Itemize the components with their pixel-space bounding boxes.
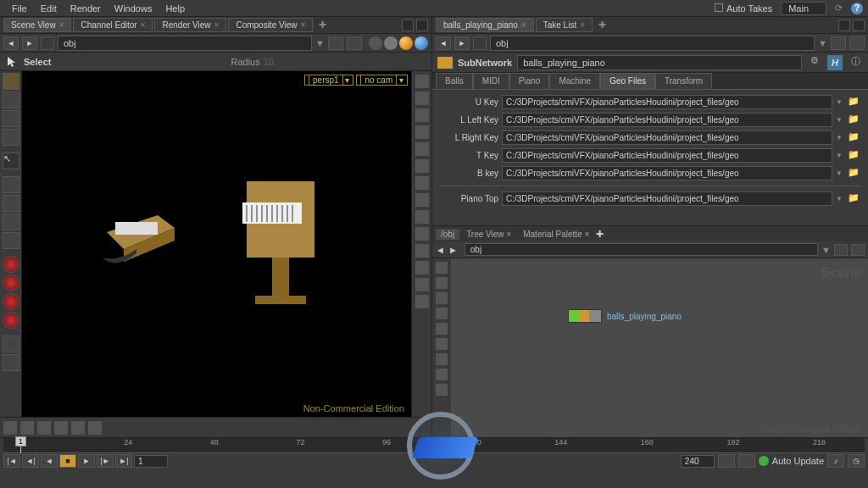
tool-magnet4[interactable] [3,312,19,329]
pane-max-icon[interactable] [838,19,850,31]
nw-tool-icon[interactable] [436,277,448,289]
close-icon[interactable]: × [521,20,526,30]
ptab-midi[interactable]: MIDI [473,73,509,89]
tool-magnet1[interactable] [3,256,19,273]
snap-icon[interactable] [3,421,17,435]
nav-fwd-button[interactable]: ► [22,36,37,50]
help-hda-icon[interactable]: H [827,55,843,70]
snap-icon[interactable] [71,421,85,435]
file-path-field[interactable]: C:/3DProjects/cmiVFX/pianoParticlesHoudi… [502,130,832,145]
path-dropdown-icon[interactable]: ▼ [818,38,827,48]
play-rev-button[interactable]: ◄ [41,454,58,468]
nwtab-tree[interactable]: Tree View × [461,229,516,240]
path-field[interactable]: obj [465,243,818,256]
menu-edit[interactable]: Edit [34,3,64,14]
chevron-down-icon[interactable]: ▼ [836,195,844,202]
close-icon[interactable]: × [59,20,64,30]
flag-button[interactable] [831,36,846,50]
menu-file[interactable]: File [5,3,34,14]
pin-icon[interactable] [473,36,487,50]
nw-tool-icon[interactable] [436,384,448,396]
tool-magnet2[interactable] [3,274,19,291]
pane-menu-icon[interactable] [416,19,428,31]
display-opt-icon[interactable] [415,244,429,258]
clock-icon[interactable]: ◷ [848,454,865,468]
tab-scene-view[interactable]: Scene View× [3,18,71,32]
tab-render-view[interactable]: Render View× [154,18,226,32]
playhead[interactable]: 1 [20,436,21,453]
gear-icon[interactable]: ⚙ [807,55,822,70]
file-browse-button[interactable]: 📁 [848,192,861,206]
nwtab-material[interactable]: Material Palette × [518,229,594,240]
nw-tool-icon[interactable] [436,369,448,380]
file-path-field[interactable]: C:/3DProjects/cmiVFX/pianoParticlesHoudi… [502,148,832,163]
snap-icon[interactable] [20,421,34,435]
tool-misc1[interactable] [3,336,19,352]
display-opt-icon[interactable] [415,92,429,105]
ptab-geo-files[interactable]: Geo Files [600,73,655,89]
shading-flat-icon[interactable] [384,36,398,50]
network-node[interactable]: balls_playing_piano [568,309,682,323]
flag-button[interactable] [328,36,343,50]
info-icon[interactable]: ⓘ [848,55,863,70]
path-dropdown-icon[interactable]: ▼ [315,38,325,48]
file-browse-button[interactable]: 📁 [848,131,861,145]
last-frame-button[interactable]: ►| [115,454,132,468]
tab-node-params[interactable]: balls_playing_piano× [436,18,534,32]
prev-key-button[interactable]: ◄| [22,454,39,468]
file-path-field[interactable]: C:/3DProjects/cmiVFX/pianoParticlesHoudi… [502,191,832,206]
tool-misc2[interactable] [3,354,19,371]
snap-icon[interactable] [37,421,51,435]
display-opt-icon[interactable] [415,227,429,241]
help-icon[interactable]: ? [851,3,863,14]
ref-camera-badge[interactable]: no cam ▾ [356,75,408,86]
menu-render[interactable]: Render [64,3,108,14]
ghost-button[interactable] [347,36,362,50]
radius-value[interactable]: 10 [264,57,274,67]
file-path-field[interactable]: C:/3DProjects/cmiVFX/pianoParticlesHoudi… [502,95,832,109]
tool-select[interactable] [3,73,19,90]
file-path-field[interactable]: C:/3DProjects/cmiVFX/pianoParticlesHoudi… [502,166,832,180]
ptab-transform[interactable]: Transform [655,73,712,89]
first-frame-button[interactable]: |◄ [3,454,20,468]
ptab-balls[interactable]: Balls [436,73,473,89]
display-opt-icon[interactable] [415,193,429,207]
nw-tool-icon[interactable] [436,262,448,274]
shading-smooth-icon[interactable] [399,36,413,50]
tool-move[interactable] [3,176,19,193]
chevron-down-icon[interactable]: ▼ [836,116,844,124]
nwtab-obj[interactable]: /obj [436,229,459,240]
add-tab-button[interactable]: ✚ [596,229,604,240]
file-browse-button[interactable]: 📁 [848,96,861,109]
tool-transform[interactable] [3,232,19,249]
nav-fwd-button[interactable]: ► [448,245,458,255]
tool-rotate[interactable] [3,195,19,212]
shading-wire-icon[interactable] [369,36,382,50]
tool-lasso[interactable] [3,92,19,108]
menu-help[interactable]: Help [159,3,192,14]
network-canvas[interactable]: Scene balls_playing_piano Non-Commercial… [432,258,868,437]
add-tab-button[interactable]: ✚ [314,19,331,30]
chevron-down-icon[interactable]: ▼ [836,169,844,177]
menu-windows[interactable]: Windows [108,3,159,14]
frame-end-field[interactable]: 240 [681,455,715,468]
nw-tool-icon[interactable] [436,323,448,335]
next-key-button[interactable]: |► [97,454,114,468]
chevron-down-icon[interactable]: ▼ [836,134,844,141]
nw-tool-icon[interactable] [436,338,448,350]
ptab-piano[interactable]: Piano [509,73,550,89]
snap-icon[interactable] [88,421,102,435]
nav-back-button[interactable]: ◄ [436,36,451,50]
path-dropdown-icon[interactable]: ▼ [821,245,831,255]
tool-arrow[interactable]: ↖ [3,152,19,169]
display-opt-icon[interactable] [415,75,429,88]
close-icon[interactable]: × [141,20,146,30]
path-field[interactable]: obj [58,36,312,51]
tab-take-list[interactable]: Take List× [536,18,593,32]
file-browse-button[interactable]: 📁 [848,149,861,163]
shading-lit-icon[interactable] [415,36,428,50]
timeline-ruler[interactable]: 1 24487296120144168192216 [3,438,865,453]
auto-update-label[interactable]: Auto Update [772,456,824,466]
display-opt-icon[interactable] [415,210,429,224]
tool-magnet3[interactable] [3,293,19,310]
